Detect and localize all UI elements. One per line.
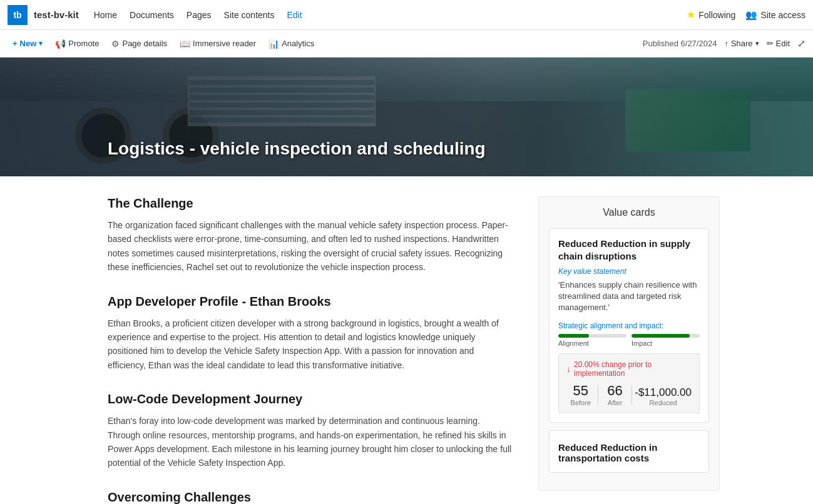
expand-button[interactable]: ⤢ <box>797 38 805 49</box>
nav-home[interactable]: Home <box>94 10 117 20</box>
metric-divider-2 <box>631 386 632 405</box>
metrics-box-1: ↓ 20.00% change prior to implementation … <box>558 353 700 413</box>
nav-documents[interactable]: Documents <box>130 10 174 20</box>
strategic-label-1: Strategic alignment and impact: <box>558 321 700 330</box>
command-bar-right: Published 6/27/2024 ↑ Share ▾ ✏ Edit ⤢ <box>643 38 805 49</box>
people-icon: 👥 <box>745 9 757 21</box>
site-access-button[interactable]: 👥 Site access <box>745 9 805 21</box>
value-card-2: Reduced Reduction in transportation cost… <box>549 430 709 473</box>
promote-icon: 📢 <box>55 39 66 49</box>
share-icon: ↑ <box>724 39 729 48</box>
new-label: New <box>20 39 37 48</box>
analytics-icon: 📊 <box>268 39 279 49</box>
analytics-button[interactable]: 📊 Analytics <box>263 36 319 51</box>
alignment-bar-label: Alignment <box>558 340 626 347</box>
edit-label: Edit <box>776 39 790 48</box>
alignment-bar-container: Alignment <box>558 334 626 347</box>
edit-icon: ✏ <box>767 39 774 48</box>
impact-bar-fill <box>631 334 690 338</box>
top-nav: tb test-bv-kit Home Documents Pages Site… <box>0 0 813 30</box>
value-card-1: Reduced Reduction in supply chain disrup… <box>549 228 709 423</box>
analytics-label: Analytics <box>282 39 314 48</box>
published-text: Published 6/27/2024 <box>643 39 717 48</box>
impact-bar-container: Impact <box>631 334 700 347</box>
down-arrow-icon: ↓ <box>566 364 571 374</box>
change-indicator-1: ↓ 20.00% change prior to implementation <box>566 360 692 378</box>
section-journey-title: Low-Code Development Journey <box>108 392 513 406</box>
promote-button[interactable]: 📢 Promote <box>50 36 104 51</box>
change-text-1: 20.00% change prior to implementation <box>574 360 692 378</box>
value-cards-title: Value cards <box>549 207 709 218</box>
impact-bar-label: Impact <box>631 340 700 347</box>
chevron-down-icon: ▾ <box>39 39 43 48</box>
share-label: Share <box>731 39 753 48</box>
section-challenge-title: The Challenge <box>108 196 513 211</box>
top-nav-links: Home Documents Pages Site contents Edit <box>94 10 687 20</box>
promote-label: Promote <box>68 39 99 48</box>
metric-divider-1 <box>598 386 598 405</box>
metric-after-label: After <box>601 399 630 406</box>
section-profile: App Developer Profile - Ethan Brooks Eth… <box>108 295 513 373</box>
metric-after-value: 66 <box>601 384 630 398</box>
share-button[interactable]: ↑ Share ▾ <box>724 39 759 48</box>
section-challenge-body: The organization faced significant chall… <box>108 218 513 275</box>
alignment-bar-fill <box>558 334 589 338</box>
section-journey: Low-Code Development Journey Ethan's for… <box>108 392 513 470</box>
value-card-2-heading: Reduced Reduction in transportation cost… <box>558 442 700 463</box>
immersive-reader-button[interactable]: 📖 Immersive reader <box>175 36 261 51</box>
edit-button[interactable]: ✏ Edit <box>767 39 790 48</box>
content-right: Value cards Reduced Reduction in supply … <box>538 196 732 504</box>
plus-icon: + <box>13 39 18 48</box>
site-name: test-bv-kit <box>34 9 79 20</box>
metric-before: 55 Before <box>566 384 595 406</box>
nav-site-contents[interactable]: Site contents <box>224 10 275 20</box>
new-button[interactable]: + New ▾ <box>8 36 48 51</box>
value-card-1-heading: Reduced Reduction in supply chain disrup… <box>558 238 700 262</box>
site-access-label: Site access <box>760 10 805 20</box>
impact-bar-track <box>631 334 700 338</box>
metric-reduced-value: -$11,000.00 <box>635 387 692 398</box>
top-nav-right: ★ Following 👥 Site access <box>687 9 805 21</box>
metrics-row-1: 55 Before 66 After -$11,000.00 Reduced <box>566 384 692 406</box>
metric-reduced-label: Reduced <box>635 399 692 406</box>
hero-banner: Logistics - vehicle inspection and sched… <box>0 58 813 176</box>
metric-after: 66 After <box>601 384 630 406</box>
nav-edit[interactable]: Edit <box>287 10 302 20</box>
section-profile-body: Ethan Brooks, a proficient citizen devel… <box>108 316 513 373</box>
section-journey-body: Ethan's foray into low-code development … <box>108 414 513 470</box>
metric-reduced: -$11,000.00 Reduced <box>635 387 692 406</box>
command-bar-left: + New ▾ 📢 Promote ⚙ Page details 📖 Immer… <box>8 36 643 51</box>
metric-before-value: 55 <box>566 384 595 398</box>
alignment-bar-track <box>558 334 626 338</box>
star-icon: ★ <box>687 9 695 21</box>
hero-title: Logistics - vehicle inspection and sched… <box>108 139 486 159</box>
value-cards-panel: Value cards Reduced Reduction in supply … <box>538 196 720 491</box>
section-profile-title: App Developer Profile - Ethan Brooks <box>108 295 513 309</box>
key-value-text-1: 'Enhances supply chain resilience with s… <box>558 280 700 314</box>
page-details-label: Page details <box>122 39 167 48</box>
section-overcoming: Overcoming Challenges <box>108 490 513 504</box>
page-details-button[interactable]: ⚙ Page details <box>106 36 172 51</box>
nav-pages[interactable]: Pages <box>187 10 212 20</box>
content-left: The Challenge The organization faced sig… <box>0 196 538 504</box>
key-value-label-1: Key value statement <box>558 267 700 276</box>
main-content: The Challenge The organization faced sig… <box>0 176 813 504</box>
page-details-icon: ⚙ <box>111 39 120 49</box>
site-logo: tb <box>8 5 28 25</box>
following-label: Following <box>698 10 735 20</box>
share-chevron-icon: ▾ <box>755 39 759 48</box>
command-bar: + New ▾ 📢 Promote ⚙ Page details 📖 Immer… <box>0 30 813 58</box>
alignment-bars-1: Alignment Impact <box>558 334 700 347</box>
metric-before-label: Before <box>566 399 595 406</box>
immersive-reader-icon: 📖 <box>180 39 190 49</box>
immersive-reader-label: Immersive reader <box>193 39 256 48</box>
section-challenge: The Challenge The organization faced sig… <box>108 196 513 275</box>
following-button[interactable]: ★ Following <box>687 9 735 21</box>
section-overcoming-title: Overcoming Challenges <box>108 490 513 504</box>
